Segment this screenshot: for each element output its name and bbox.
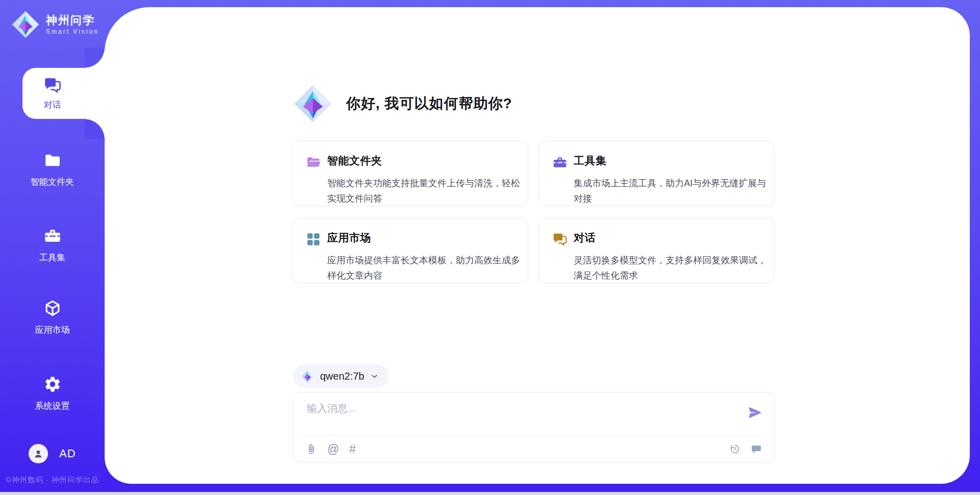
assistant-logo-icon [293,84,333,123]
message-input[interactable] [306,401,731,432]
brand-logo-icon [11,10,40,39]
user-name: AD [59,447,76,460]
folder-open-icon [306,155,321,170]
sidebar-item-label: 工具集 [0,252,105,263]
person-icon [32,448,44,460]
brand-title: 神州问学 [46,14,99,27]
send-icon [748,405,763,420]
card-description: 灵活切换多模型文件，支持多样回复效果调试，满足个性化需求 [574,253,769,283]
feedback-chat-button[interactable] [751,443,762,455]
sidebar-item-chat[interactable]: 对话 [22,68,105,119]
sidebar-item-label: 对话 [44,99,61,111]
history-icon [729,443,741,455]
chat-bubbles-icon [43,76,62,94]
user-profile[interactable]: AD [29,444,76,463]
chat-bubbles-icon [552,232,568,247]
grid-icon [306,232,321,247]
chevron-down-icon [370,372,379,381]
greeting-title: 你好, 我可以如何帮助你? [346,94,512,113]
folder-icon [43,151,62,169]
sidebar-item-label: 系统设置 [0,400,105,412]
avatar [29,444,48,463]
sidebar-item-smart-folder[interactable]: 智能文件夹 [0,151,105,188]
model-selector[interactable]: qwen2:7b [293,364,389,388]
card-smart-folder[interactable]: 智能文件夹 智能文件夹功能支持批量文件上传与清洗，轻松实现文件问答 [292,141,528,206]
card-title: 对话 [574,231,769,245]
mention-button[interactable]: @ [327,443,339,455]
composer-toolbar: @ # [306,436,762,462]
gear-icon [43,375,62,393]
window-bottom-strip [0,492,980,495]
cube-icon [43,299,62,317]
sidebar-item-label: 智能文件夹 [0,176,105,188]
history-button[interactable] [729,443,741,455]
hashtag-button[interactable]: # [349,443,356,455]
feedback-chat-icon [751,443,762,455]
sidebar-item-label: 应用市场 [0,324,105,336]
message-composer: @ # [292,392,775,462]
app-root: 神州问学 Smart Vision 对话 智能文件夹 工具集 [0,0,980,495]
card-title: 应用市场 [327,231,523,245]
card-description: 应用市场提供丰富长文本模板，助力高效生成多样化文章内容 [327,253,523,283]
main-panel: 你好, 我可以如何帮助你? 智能文件夹 智能文件夹功能支持批量文件上传与清洗，轻… [105,7,970,484]
card-title: 工具集 [574,154,769,168]
feature-cards: 智能文件夹 智能文件夹功能支持批量文件上传与清洗，轻松实现文件问答 工具集 集成… [292,141,775,283]
card-title: 智能文件夹 [327,154,523,168]
card-description: 集成市场上主流工具，助力AI与外界无缝扩展与对接 [574,176,769,206]
toolbox-icon [552,155,568,170]
sidebar-item-settings[interactable]: 系统设置 [0,375,105,412]
attachment-button[interactable] [306,443,317,455]
attachment-icon [306,443,317,455]
card-description: 智能文件夹功能支持批量文件上传与清洗，轻松实现文件问答 [327,176,523,206]
greeting: 你好, 我可以如何帮助你? [293,84,512,123]
send-button[interactable] [748,405,763,420]
card-chat[interactable]: 对话 灵活切换多模型文件，支持多样回复效果调试，满足个性化需求 [538,218,775,283]
sidebar-footer: ©神州数码 · 神州问学出品 [0,475,105,485]
card-app-market[interactable]: 应用市场 应用市场提供丰富长文本模板，助力高效生成多样化文章内容 [292,218,528,283]
model-name: qwen2:7b [320,370,364,382]
brand: 神州问学 Smart Vision [11,10,99,39]
card-toolset[interactable]: 工具集 集成市场上主流工具，助力AI与外界无缝扩展与对接 [538,141,775,206]
model-logo-icon [301,369,314,383]
brand-subtitle: Smart Vision [46,28,99,35]
sidebar-item-toolset[interactable]: 工具集 [0,227,105,263]
sidebar-item-app-market[interactable]: 应用市场 [0,299,105,336]
toolbox-icon [43,227,62,245]
sidebar: 神州问学 Smart Vision 对话 智能文件夹 工具集 [0,0,105,492]
